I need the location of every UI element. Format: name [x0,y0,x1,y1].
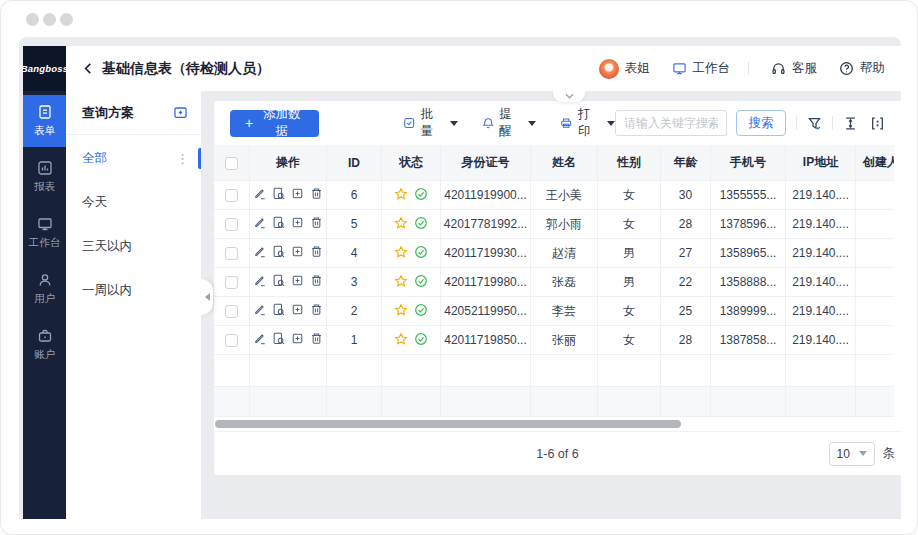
divider [832,116,833,130]
divider [748,62,749,75]
view-icon[interactable] [272,332,285,345]
delete-icon[interactable] [310,332,323,345]
edit-icon[interactable] [253,332,266,345]
add-plan-icon [173,105,188,120]
check-circle-icon[interactable] [414,332,428,349]
collapse-header-tab[interactable] [553,89,585,102]
search-input[interactable] [615,110,727,136]
sidebar-item-reports[interactable]: 报表 [23,151,66,203]
edit-icon[interactable] [253,274,266,287]
caret-down-icon [450,121,458,126]
edit-icon[interactable] [253,187,266,200]
add-plan-button[interactable] [173,105,188,120]
cell-id: 3 [327,268,382,297]
cell-ip: 219.140.... [786,181,856,210]
print-menu[interactable]: 打印 [560,106,615,140]
star-icon[interactable] [394,274,408,291]
star-icon[interactable] [394,187,408,204]
avatar [599,59,619,79]
cell-id: 5 [327,210,382,239]
star-icon[interactable] [394,245,408,262]
remind-menu[interactable]: 提醒 [482,106,537,140]
delete-icon[interactable] [310,216,323,229]
select-all-checkbox[interactable] [225,157,238,170]
user-menu[interactable]: 表姐 [599,59,650,79]
delete-icon[interactable] [310,245,323,258]
horizontal-scrollbar-thumb[interactable] [215,420,681,428]
delete-icon[interactable] [310,303,323,316]
row-select-cell [214,210,250,239]
copy-icon[interactable] [291,216,304,229]
delete-icon[interactable] [310,274,323,287]
add-data-button[interactable]: + 添加数据 [230,110,319,137]
sidebar-item-label: 用户 [34,292,55,306]
window-maximize-button[interactable] [60,13,73,26]
view-icon[interactable] [272,303,285,316]
copy-icon[interactable] [291,332,304,345]
row-select-cell [214,181,250,210]
query-plan-item-week[interactable]: 一周以内 [66,270,201,311]
copy-icon[interactable] [291,274,304,287]
view-icon[interactable] [272,216,285,229]
filter-button[interactable] [807,116,822,131]
window-close-button[interactable] [26,13,39,26]
query-plan-item-all[interactable]: 全部 ⋮ [66,138,201,179]
view-icon[interactable] [272,274,285,287]
more-icon[interactable]: ⋮ [176,151,189,166]
row-checkbox[interactable] [225,218,238,231]
star-icon[interactable] [394,303,408,320]
edit-icon[interactable] [253,303,266,316]
column-settings-icon [870,116,885,131]
check-circle-icon[interactable] [414,274,428,291]
search-button[interactable]: 搜索 [736,110,786,136]
account-icon [37,328,53,344]
collapse-sidebar-handle[interactable] [201,279,213,315]
cell-name: 郭小雨 [531,210,598,239]
check-circle-icon[interactable] [414,303,428,320]
header-actions: 表姐 工作台 客服 帮助 [599,59,886,79]
row-checkbox[interactable] [225,305,238,318]
copy-icon[interactable] [291,187,304,200]
copy-icon[interactable] [291,303,304,316]
table-wrap: 操作 ID 状态 身份证号 姓名 性别 年龄 手机号 IP地址 [214,145,901,417]
column-header: 身份证号 [441,145,531,181]
check-circle-icon[interactable] [414,187,428,204]
sidebar-item-users[interactable]: 用户 [23,263,66,315]
view-icon[interactable] [272,245,285,258]
check-circle-icon[interactable] [414,245,428,262]
sidebar-item-forms[interactable]: 表单 [23,95,66,147]
star-icon[interactable] [394,216,408,233]
back-button[interactable] [82,62,93,75]
row-checkbox[interactable] [225,189,238,202]
query-plan-item-today[interactable]: 今天 [66,182,201,223]
edit-icon[interactable] [253,216,266,229]
table-header-row: 操作 ID 状态 身份证号 姓名 性别 年龄 手机号 IP地址 [214,145,901,181]
delete-icon[interactable] [310,187,323,200]
batch-menu[interactable]: 批量 [403,106,458,140]
sidebar-item-accounts[interactable]: 账户 [23,319,66,371]
view-icon[interactable] [272,187,285,200]
check-circle-icon[interactable] [414,216,428,233]
star-icon[interactable] [394,332,408,349]
window-minimize-button[interactable] [43,13,56,26]
row-checkbox[interactable] [225,276,238,289]
row-checkbox[interactable] [225,247,238,260]
cell-name: 王小美 [531,181,598,210]
cell-id-card: 42011719930... [441,239,531,268]
customer-service-link[interactable]: 客服 [771,60,817,77]
empty-row [214,355,901,387]
row-checkbox[interactable] [225,334,238,347]
cell-status [382,268,441,297]
workbench-link[interactable]: 工作台 [672,60,731,77]
sidebar-item-workbench[interactable]: 工作台 [23,207,66,259]
cell-gender: 男 [598,239,661,268]
copy-icon[interactable] [291,245,304,258]
row-height-button[interactable] [843,116,858,131]
query-plan-item-3days[interactable]: 三天以内 [66,226,201,267]
page-size-select[interactable]: 10 [829,442,875,466]
divider [796,116,797,130]
row-actions-cell [250,268,327,297]
column-settings-button[interactable] [870,116,885,131]
edit-icon[interactable] [253,245,266,258]
help-link[interactable]: 帮助 [839,60,885,77]
